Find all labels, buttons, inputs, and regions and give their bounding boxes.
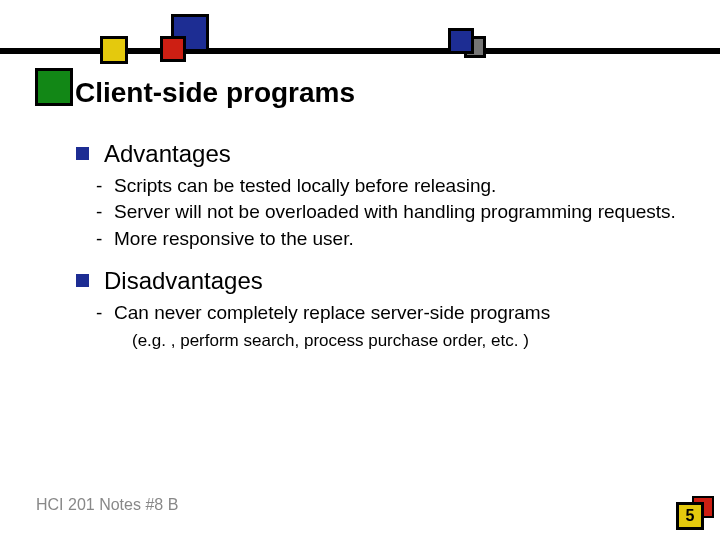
- deco-blue-square-icon: [448, 28, 474, 54]
- section-disadvantages-heading: Disadvantages: [76, 267, 676, 295]
- page-number-badge: 5: [668, 486, 714, 532]
- dash-icon: -: [96, 227, 102, 251]
- page-badge-yellow-square-icon: 5: [676, 502, 704, 530]
- dis-example: (e.g. , perform search, process purchase…: [132, 331, 676, 351]
- adv-item-1: - Scripts can be tested locally before r…: [92, 174, 676, 198]
- section-advantages-heading: Advantages: [76, 140, 676, 168]
- slide: Client-side programs Advantages - Script…: [0, 0, 720, 540]
- adv-item-3: - More responsive to the user.: [92, 227, 676, 251]
- item-text: Server will not be overloaded with handl…: [114, 201, 676, 222]
- dash-icon: -: [96, 200, 102, 224]
- bullet-square-icon: [76, 274, 89, 287]
- dash-icon: -: [96, 301, 102, 325]
- heading-text: Disadvantages: [104, 267, 263, 294]
- page-number: 5: [686, 507, 695, 524]
- heading-text: Advantages: [104, 140, 231, 167]
- dis-item-1: - Can never completely replace server-si…: [92, 301, 676, 325]
- footer-note: HCI 201 Notes #8 B: [36, 496, 178, 514]
- bullet-square-icon: [76, 147, 89, 160]
- deco-red-square-icon: [160, 36, 186, 62]
- item-text: Scripts can be tested locally before rel…: [114, 175, 496, 196]
- dash-icon: -: [96, 174, 102, 198]
- slide-body: Advantages - Scripts can be tested local…: [76, 140, 676, 351]
- deco-yellow-square-icon: [100, 36, 128, 64]
- item-text: More responsive to the user.: [114, 228, 354, 249]
- adv-item-2: - Server will not be overloaded with han…: [92, 200, 676, 224]
- item-text: Can never completely replace server-side…: [114, 302, 550, 323]
- slide-title: Client-side programs: [75, 77, 355, 109]
- title-green-square-icon: [35, 68, 73, 106]
